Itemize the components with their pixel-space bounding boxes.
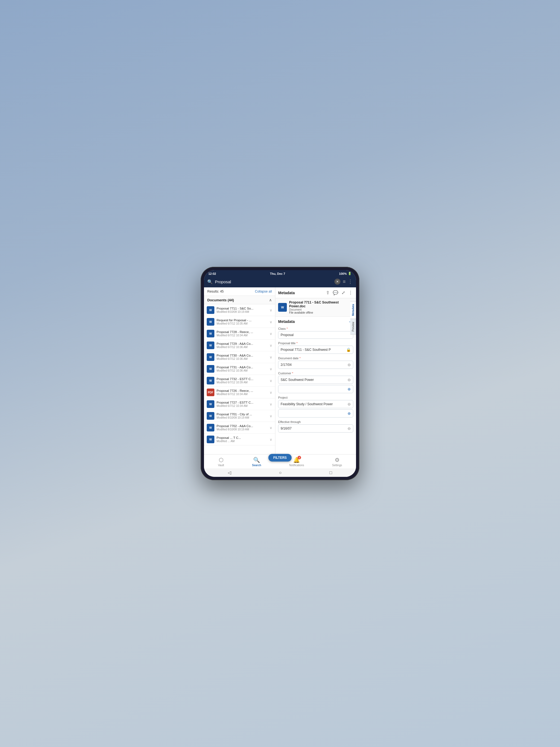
customer-field-input[interactable]: S&C Southwest Power ⊖: [278, 376, 353, 384]
collapse-all-button[interactable]: Collapse all: [255, 289, 272, 293]
result-name-5: Proposal 7731 - A&A Co...: [217, 366, 268, 369]
result-item-2[interactable]: W Proposal 7728 - Reece, ... Modified 6/…: [204, 328, 275, 340]
sys-recents-button[interactable]: □: [330, 470, 332, 475]
result-item-3[interactable]: W Proposal 7729 - A&A Co... Modified 6/7…: [204, 340, 275, 351]
status-bar: 12:02 Thu, Dec 7 100% 🔋: [204, 270, 356, 277]
project-minus-icon[interactable]: ⊖: [348, 402, 351, 406]
expand-icon-0[interactable]: ∨: [270, 308, 272, 312]
project-field-label: Project: [278, 396, 353, 399]
customer-required-marker: *: [292, 371, 293, 375]
word-file-icon-2: W: [207, 330, 214, 337]
result-item-8[interactable]: W Proposal 7727 - ESTT C... Modified 6/7…: [204, 398, 275, 410]
customer-field-label: Customer *: [278, 371, 353, 375]
document-date-field-group: Document date * 2/17/04 ⊖: [278, 357, 353, 369]
comment-icon[interactable]: 💬: [332, 289, 339, 296]
search-icon: 🔍: [207, 279, 213, 284]
share-icon[interactable]: ⇧: [325, 289, 330, 296]
result-info-3: Proposal 7729 - A&A Co... Modified 6/7/1…: [217, 342, 268, 349]
vault-icon: ⬡: [219, 457, 223, 463]
result-name-2: Proposal 7728 - Reece, ...: [217, 330, 268, 334]
result-date-2: Modified 6/7/12 10:34 AM: [217, 334, 268, 337]
word-file-icon-11: W: [207, 436, 214, 443]
document-date-minus-icon[interactable]: ⊖: [348, 363, 351, 367]
search-nav-label: Search: [252, 464, 261, 467]
expand-icon-2[interactable]: ∨: [270, 332, 272, 336]
result-item-4[interactable]: W Proposal 7730 - A&A Co... Modified 6/7…: [204, 351, 275, 363]
expand-icon-4[interactable]: ∨: [270, 355, 272, 359]
result-date-8: Modified 6/7/12 10:34 AM: [217, 404, 268, 407]
proposal-title-required-marker: *: [297, 341, 298, 345]
result-item-6[interactable]: W Proposal 7732 - ESTT C... Modified 6/7…: [204, 375, 275, 387]
nav-item-settings[interactable]: ⚙ Settings: [329, 456, 345, 467]
fullscreen-icon[interactable]: ⤢: [341, 289, 346, 296]
result-info-6: Proposal 7732 - ESTT C... Modified 6/7/1…: [217, 377, 268, 384]
expand-icon-5[interactable]: ∨: [270, 367, 272, 371]
effective-through-field-label: Effective through: [278, 420, 353, 423]
tab-metadata[interactable]: Metadata: [350, 301, 356, 319]
filter-icon[interactable]: ≡: [342, 279, 346, 285]
class-field-value: Proposal: [281, 333, 351, 337]
tab-preview[interactable]: Preview: [350, 319, 356, 335]
document-date-value: 2/17/04: [281, 363, 348, 367]
notifications-badge: 2: [298, 456, 301, 459]
customer-field-group: Customer * S&C Southwest Power ⊖ ⊕: [278, 371, 353, 393]
result-item-5[interactable]: W Proposal 7731 - A&A Co... Modified 6/7…: [204, 363, 275, 375]
word-file-icon-3: W: [207, 341, 214, 349]
project-extra-field-input[interactable]: ⊕: [278, 409, 353, 417]
result-item-10[interactable]: W Proposal 7702 - A&A Co... Modified 8/1…: [204, 422, 275, 434]
expand-icon-7[interactable]: ∨: [270, 390, 272, 394]
document-date-field-label: Document date *: [278, 357, 353, 360]
result-item-1[interactable]: W Request for Proposal - ... Modified 6/…: [204, 316, 275, 328]
customer-extra-field-input[interactable]: ⊕: [278, 385, 353, 393]
nav-item-vault[interactable]: ⬡ Vault: [215, 456, 227, 467]
project-field-input[interactable]: Feasibility Study / Southwest Power ⊖: [278, 400, 353, 408]
documents-section-label: Documents (44): [207, 298, 234, 302]
proposal-title-field-group: Proposal title * Proposal 7711 - S&C Sou…: [278, 341, 353, 354]
document-type: Document: [289, 308, 353, 311]
expand-icon-8[interactable]: ∨: [270, 402, 272, 406]
expand-icon-10[interactable]: ∨: [270, 426, 272, 430]
result-item-9[interactable]: W Proposal 7701 - City of ... Modified 8…: [204, 410, 275, 422]
documents-collapse-icon[interactable]: ∧: [269, 298, 272, 302]
effective-through-minus-icon[interactable]: ⊖: [348, 426, 351, 431]
result-date-3: Modified 6/7/12 10:36 AM: [217, 345, 268, 349]
effective-through-value: 9/16/07: [281, 427, 348, 430]
expand-icon-9[interactable]: ∨: [270, 414, 272, 418]
sys-back-button[interactable]: ◁: [228, 470, 231, 475]
result-info-11: Proposal ... T C... Modified ... AM: [217, 436, 268, 443]
nav-item-search[interactable]: 🔍 Search: [249, 456, 264, 467]
result-item-0[interactable]: W Proposal 7711 - S&C So... Modified 8/1…: [204, 304, 275, 316]
project-add-icon[interactable]: ⊕: [348, 411, 351, 416]
proposal-title-field-input[interactable]: Proposal 7711 - S&C Southwest P 🔒: [278, 345, 353, 354]
class-field-group: Class * Proposal: [278, 327, 353, 339]
expand-icon-6[interactable]: ∨: [270, 379, 272, 383]
search-query-display[interactable]: Proposal: [215, 279, 332, 284]
result-name-1: Request for Proposal - ...: [217, 318, 268, 322]
result-item-11[interactable]: W Proposal ... T C... Modified ... AM ∨: [204, 434, 275, 445]
clear-search-button[interactable]: ✕: [334, 279, 340, 285]
customer-add-icon[interactable]: ⊕: [348, 387, 351, 391]
result-item-7[interactable]: PDF Proposal 7726 - Reece, ... Modified …: [204, 387, 275, 398]
word-file-icon-1: W: [207, 318, 214, 326]
search-bar: 🔍 Proposal ✕ ≡ ⋮: [204, 277, 356, 287]
search-nav-icon: 🔍: [253, 457, 260, 463]
project-field-group: Project Feasibility Study / Southwest Po…: [278, 396, 353, 417]
class-field-input[interactable]: Proposal: [278, 331, 353, 339]
more-options-metadata-icon[interactable]: ⋮: [348, 289, 353, 296]
sys-home-button[interactable]: ○: [279, 470, 282, 475]
document-date-field-input[interactable]: 2/17/04 ⊖: [278, 361, 353, 369]
notifications-label: Notifications: [289, 464, 304, 467]
expand-icon-3[interactable]: ∨: [270, 343, 272, 347]
customer-minus-icon[interactable]: ⊖: [348, 378, 351, 382]
effective-through-field-input[interactable]: 9/16/07 ⊖: [278, 424, 353, 433]
expand-icon-1[interactable]: ∨: [270, 320, 272, 324]
result-date-5: Modified 6/7/12 10:36 AM: [217, 369, 268, 372]
result-name-6: Proposal 7732 - ESTT C...: [217, 377, 268, 381]
result-name-4: Proposal 7730 - A&A Co...: [217, 354, 268, 357]
result-date-10: Modified 8/10/08 10:19 AM: [217, 428, 268, 431]
more-options-icon[interactable]: ⋮: [348, 279, 353, 285]
expand-icon-11[interactable]: ∨: [270, 437, 272, 442]
result-name-0: Proposal 7711 - S&C So...: [217, 307, 268, 310]
result-date-7: Modified 6/7/12 10:34 AM: [217, 393, 268, 396]
metadata-section-header: Metadata ＋: [278, 319, 353, 324]
